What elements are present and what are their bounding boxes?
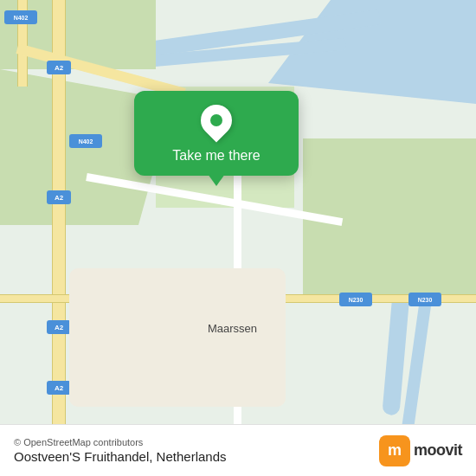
popup-arrow xyxy=(208,174,225,186)
location-pin-icon xyxy=(195,99,239,143)
city-label: Maarssen xyxy=(208,322,257,335)
road-a2-label-4: A2 xyxy=(47,381,71,395)
moovit-icon: m xyxy=(379,435,410,466)
popup-card[interactable]: Take me there xyxy=(134,91,299,176)
road-a2-label-3: A2 xyxy=(47,320,71,334)
location-title: Oostveen'S Fruithandel, Netherlands xyxy=(14,449,227,464)
road-n402-label-top: N402 xyxy=(4,10,37,24)
take-me-there-button[interactable]: Take me there xyxy=(172,148,260,164)
road-n230-label-1: N230 xyxy=(339,293,372,306)
moovit-logo: m moovit xyxy=(379,435,462,466)
copyright-text: © OpenStreetMap contributors xyxy=(14,437,227,447)
moovit-brand-text: moovit xyxy=(414,441,462,460)
road-n230-label-2: N230 xyxy=(408,293,441,306)
road-a2-label-1: A2 xyxy=(47,61,71,74)
road-a2-label-2: A2 xyxy=(47,190,71,204)
bottom-bar: © OpenStreetMap contributors Oostveen'S … xyxy=(0,424,476,476)
urban-area-maarssen xyxy=(69,268,286,407)
map-container[interactable]: N402 A2 N402 A2 A2 A2 N230 N230 Maarssen… xyxy=(0,0,476,424)
road-n402-label-mid: N402 xyxy=(69,134,102,148)
